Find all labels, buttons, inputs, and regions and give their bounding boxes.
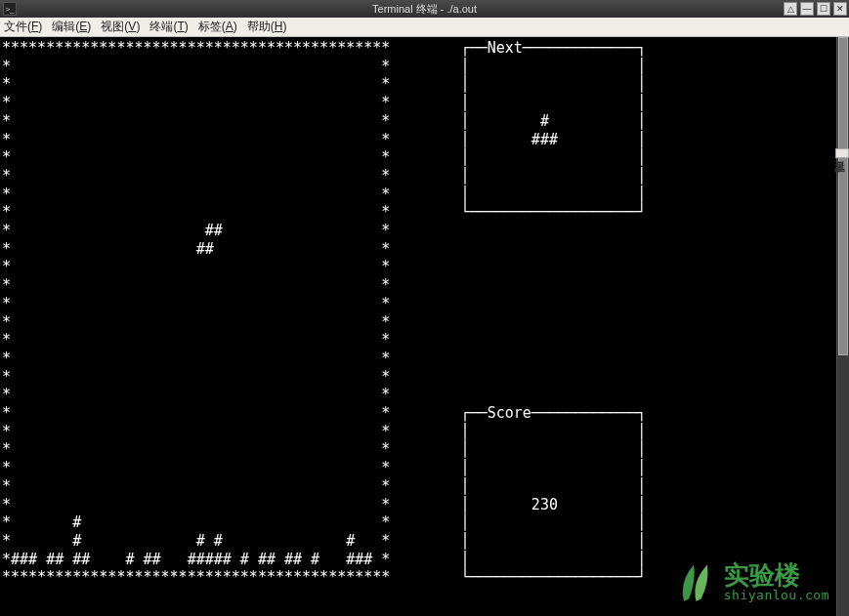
rollup-button[interactable]	[784, 2, 797, 16]
menu-edit[interactable]: 编辑(E)	[52, 19, 91, 35]
show-toolbar-tab[interactable]: 显示工具栏	[835, 148, 849, 158]
shiyanlou-watermark: 实验楼 shiyanlou.com	[669, 557, 829, 606]
watermark-name-en: shiyanlou.com	[724, 589, 829, 602]
minimize-button[interactable]	[800, 2, 814, 16]
menu-terminal[interactable]: 终端(T)	[149, 19, 188, 35]
menu-bar: 文件(F) 编辑(E) 视图(V) 终端(T) 标签(A) 帮助(H)	[0, 18, 849, 37]
window-titlebar: >_ Terminal 终端 - ./a.out	[0, 0, 849, 18]
terminal-app-icon: >_	[3, 2, 17, 16]
vertical-scrollbar[interactable]	[836, 37, 849, 616]
menu-help[interactable]: 帮助(H)	[247, 19, 287, 35]
menu-file[interactable]: 文件(F)	[4, 19, 42, 35]
window-title: Terminal 终端 - ./a.out	[372, 2, 477, 17]
terminal-viewport[interactable]: ****************************************…	[0, 37, 849, 616]
scrollbar-thumb[interactable]	[838, 37, 848, 355]
maximize-button[interactable]	[817, 2, 830, 16]
leaf-icon	[669, 557, 718, 606]
watermark-name-cn: 实验楼	[724, 562, 829, 589]
terminal-output: ****************************************…	[2, 39, 646, 587]
menu-tabs[interactable]: 标签(A)	[198, 19, 237, 35]
menu-view[interactable]: 视图(V)	[101, 19, 140, 35]
close-button[interactable]	[833, 2, 847, 16]
